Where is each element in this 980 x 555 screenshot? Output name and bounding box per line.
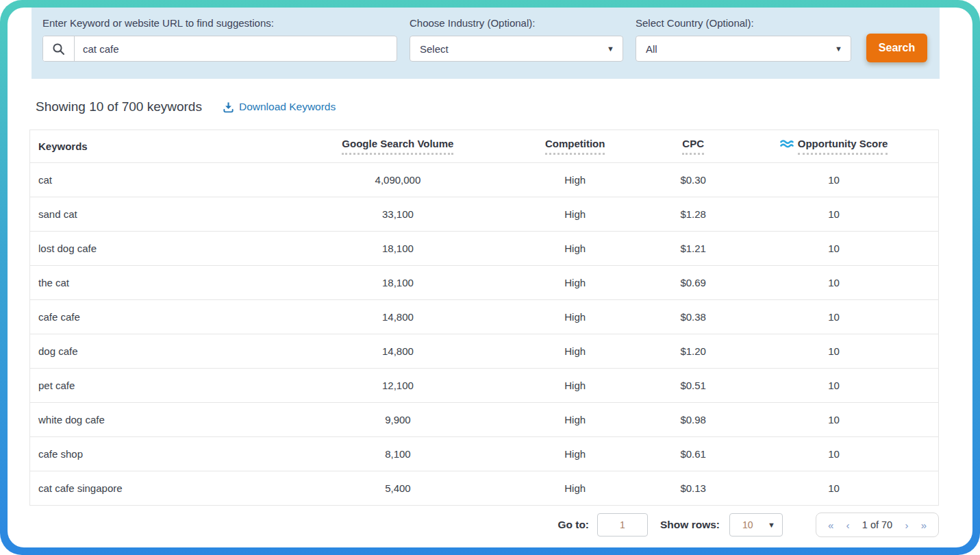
chevron-down-icon: ▼ [607, 45, 614, 53]
table-row: cafe cafe 14,800 High $0.38 10 [30, 300, 939, 334]
competition-cell: High [493, 300, 657, 334]
search-volume-cell: 18,100 [303, 266, 494, 300]
keyword-cell: white dog cafe [30, 403, 303, 437]
cpc-cell: $0.98 [657, 403, 729, 437]
opportunity-score-cell: 10 [729, 197, 938, 232]
show-rows-select[interactable]: 10 ▼ [729, 513, 783, 536]
keyword-table: Keywords Google Search Volume Competitio… [29, 130, 939, 506]
keyword-label: Enter Keyword or website URL to find sug… [42, 17, 397, 29]
opportunity-score-cell: 10 [729, 403, 938, 437]
column-header-cpc[interactable]: CPC [657, 130, 729, 163]
competition-cell: High [493, 266, 657, 300]
column-header-keywords: Keywords [30, 130, 303, 163]
cpc-cell: $1.21 [657, 232, 729, 266]
cpc-cell: $0.69 [657, 266, 729, 300]
keyword-cell: lost dog cafe [30, 232, 303, 266]
first-page-button[interactable]: « [828, 520, 833, 530]
opportunity-score-cell: 10 [729, 266, 938, 300]
opportunity-score-cell: 10 [729, 300, 938, 334]
wave-icon [780, 139, 794, 148]
keyword-cell: sand cat [30, 197, 303, 232]
country-field-group: Select Country (Optional): All ▼ [636, 17, 851, 62]
search-panel: Enter Keyword or website URL to find sug… [32, 8, 940, 79]
cpc-cell: $0.30 [657, 163, 729, 197]
show-rows-label: Show rows: [660, 519, 720, 531]
keyword-cell: the cat [30, 266, 303, 300]
pagination-bar: Go to: Show rows: 10 ▼ « ‹ 1 of 70 › » [29, 513, 939, 537]
industry-select-value: Select [420, 43, 449, 55]
competition-cell: High [493, 334, 657, 369]
keyword-cell: cat cafe singapore [30, 471, 303, 506]
keyword-cell: dog cafe [30, 334, 303, 369]
cpc-cell: $1.20 [657, 334, 729, 369]
keyword-field-group: Enter Keyword or website URL to find sug… [42, 17, 397, 62]
keyword-cell: pet cafe [30, 369, 303, 403]
download-icon [223, 101, 234, 113]
competition-cell: High [493, 163, 657, 197]
industry-field-group: Choose Industry (Optional): Select ▼ [410, 17, 623, 62]
industry-select[interactable]: Select ▼ [410, 36, 623, 62]
keyword-table-wrap: Keywords Google Search Volume Competitio… [29, 130, 939, 506]
table-row: sand cat 33,100 High $1.28 10 [30, 197, 939, 232]
results-count-text: Showing 10 of 700 keywords [36, 99, 202, 114]
search-volume-cell: 14,800 [303, 334, 494, 369]
table-row: dog cafe 14,800 High $1.20 10 [30, 334, 939, 369]
search-button[interactable]: Search [866, 34, 927, 62]
search-volume-cell: 5,400 [303, 471, 494, 506]
opportunity-score-cell: 10 [729, 334, 938, 369]
chevron-down-icon: ▼ [835, 45, 842, 53]
column-header-competition[interactable]: Competition [493, 130, 657, 163]
cpc-cell: $0.13 [657, 471, 729, 506]
opportunity-score-cell: 10 [729, 437, 938, 471]
table-row: pet cafe 12,100 High $0.51 10 [30, 369, 939, 403]
keyword-cell: cafe shop [30, 437, 303, 471]
table-header-row: Keywords Google Search Volume Competitio… [30, 130, 939, 163]
country-select[interactable]: All ▼ [636, 36, 851, 62]
opportunity-score-cell: 10 [729, 163, 938, 197]
table-row: white dog cafe 9,900 High $0.98 10 [30, 403, 939, 437]
goto-label: Go to: [557, 519, 589, 531]
keyword-input-group [42, 36, 397, 62]
results-bar: Showing 10 of 700 keywords Download Keyw… [36, 99, 940, 114]
column-header-search-volume[interactable]: Google Search Volume [303, 130, 494, 163]
download-keywords-link[interactable]: Download Keywords [223, 101, 336, 113]
industry-label: Choose Industry (Optional): [410, 17, 623, 29]
competition-cell: High [493, 197, 657, 232]
search-volume-cell: 18,100 [303, 232, 494, 266]
competition-cell: High [493, 471, 657, 506]
table-row: cat cafe singapore 5,400 High $0.13 10 [30, 471, 939, 506]
country-select-value: All [646, 43, 657, 55]
competition-cell: High [493, 437, 657, 471]
table-row: cafe shop 8,100 High $0.61 10 [30, 437, 939, 471]
page-content: Enter Keyword or website URL to find sug… [8, 8, 972, 547]
table-row: cat 4,090,000 High $0.30 10 [30, 163, 939, 197]
download-link-label: Download Keywords [239, 101, 336, 113]
keyword-input[interactable] [75, 36, 397, 61]
opportunity-score-cell: 10 [729, 232, 938, 266]
competition-cell: High [493, 232, 657, 266]
cpc-cell: $0.61 [657, 437, 729, 471]
show-rows-value: 10 [742, 519, 753, 530]
search-volume-cell: 33,100 [303, 197, 494, 232]
search-volume-cell: 14,800 [303, 300, 494, 334]
cpc-cell: $0.51 [657, 369, 729, 403]
page-status: 1 of 70 [862, 519, 892, 530]
search-volume-cell: 12,100 [303, 369, 494, 403]
opportunity-score-cell: 10 [729, 471, 938, 506]
search-icon [43, 36, 75, 61]
opportunity-score-cell: 10 [729, 369, 938, 403]
country-label: Select Country (Optional): [636, 17, 851, 29]
next-page-button[interactable]: › [905, 520, 908, 530]
competition-cell: High [493, 369, 657, 403]
keyword-cell: cafe cafe [30, 300, 303, 334]
column-header-opportunity-score[interactable]: Opportunity Score [729, 130, 938, 163]
table-row: the cat 18,100 High $0.69 10 [30, 266, 939, 300]
goto-page-input[interactable] [597, 513, 648, 536]
pager: « ‹ 1 of 70 › » [816, 513, 939, 537]
competition-cell: High [493, 403, 657, 437]
keyword-table-body: cat 4,090,000 High $0.30 10 sand cat 33,… [30, 163, 939, 506]
prev-page-button[interactable]: ‹ [846, 520, 850, 530]
cpc-cell: $0.38 [657, 300, 729, 334]
last-page-button[interactable]: » [921, 520, 927, 530]
search-volume-cell: 4,090,000 [303, 163, 494, 197]
